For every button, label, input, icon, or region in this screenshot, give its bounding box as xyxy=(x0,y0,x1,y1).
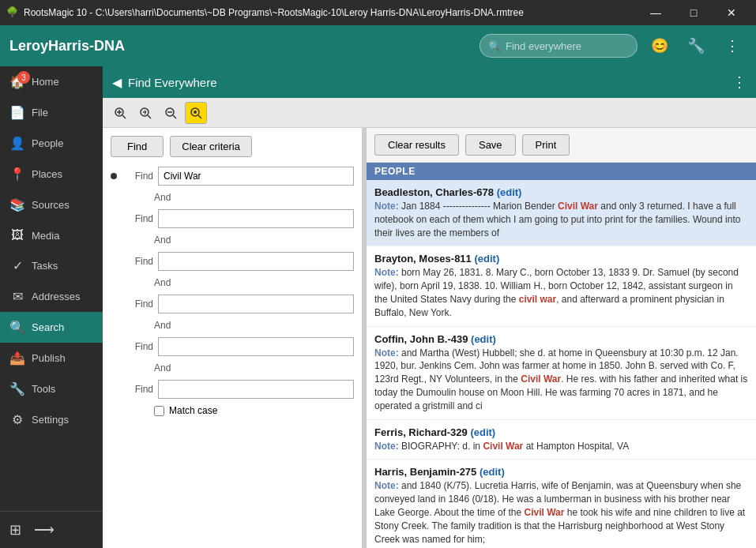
results-panel: Clear results Save Print PEOPLE Beadlest… xyxy=(367,128,756,548)
zoom-highlight-button[interactable] xyxy=(185,102,207,124)
match-case-checkbox[interactable] xyxy=(154,406,164,416)
result-note-beadleston: Note: Jan 1884 --------------- Marion Be… xyxy=(374,200,748,239)
sidebar-label-publish: Publish xyxy=(32,352,66,364)
sidebar-grid-button[interactable]: ⊞ xyxy=(6,518,24,542)
results-toolbar: Clear results Save Print xyxy=(367,128,756,163)
zoom-in-button[interactable] xyxy=(109,102,131,124)
and-row-4: And xyxy=(154,320,354,331)
global-search-input[interactable] xyxy=(506,40,629,52)
toolbar xyxy=(103,98,756,128)
and-row-2: And xyxy=(154,235,354,246)
collapse-button[interactable]: ◀ xyxy=(112,75,122,90)
content-area: ◀ Find Everywhere ⋮ xyxy=(103,66,756,548)
sidebar-label-people: People xyxy=(32,137,63,149)
result-item-ferris[interactable]: Ferris, Richard-329 (edit) Note: BIOGRAP… xyxy=(367,420,756,460)
result-note-brayton: Note: born May 26, 1831. 8. Mary C., bor… xyxy=(374,266,748,319)
result-name-harris-benjamin: Harris, Benjamin-275 (edit) xyxy=(374,466,748,478)
criteria-row-2: Find xyxy=(111,209,354,228)
sidebar-label-search: Search xyxy=(32,321,64,333)
criteria-input-1[interactable] xyxy=(158,167,354,186)
criteria-input-2[interactable] xyxy=(158,209,354,228)
criteria-find-label-5: Find xyxy=(122,341,153,352)
app-header: LeroyHarris-DNA 🔍 😊 🔧 ⋮ xyxy=(0,25,756,66)
file-icon: 📄 xyxy=(9,105,25,120)
sidebar-label-home: Home xyxy=(32,76,59,88)
sidebar-label-places: Places xyxy=(32,168,62,180)
tools-button[interactable]: 🔧 xyxy=(682,32,710,60)
home-badge: 3 xyxy=(17,71,30,84)
find-button[interactable]: Find xyxy=(111,136,164,157)
title-bar-text: RootsMagic 10 - C:\Users\harri\Documents… xyxy=(24,7,638,18)
sidebar-item-publish[interactable]: 📤 Publish xyxy=(0,343,103,373)
and-row-3: And xyxy=(154,277,354,288)
print-button[interactable]: Print xyxy=(522,134,570,156)
sidebar-arrow-button[interactable]: ⟶ xyxy=(31,518,58,542)
criteria-input-6[interactable] xyxy=(158,380,354,399)
result-item-harris-benjamin[interactable]: Harris, Benjamin-275 (edit) Note: and 18… xyxy=(367,460,756,548)
main-layout: 🏠 Home 3 📄 File 👤 People 📍 Places 📚 Sour… xyxy=(0,66,756,548)
sidebar-item-file[interactable]: 📄 File xyxy=(0,97,103,128)
search-sidebar-icon: 🔍 xyxy=(9,320,25,335)
result-item-coffin[interactable]: Coffin, John B.-439 (edit) Note: and Mar… xyxy=(367,327,756,420)
sidebar-item-media[interactable]: 🖼 Media xyxy=(0,220,103,250)
sidebar-label-sources: Sources xyxy=(32,199,70,211)
settings-icon: ⚙ xyxy=(9,412,25,427)
more-menu-button[interactable]: ⋮ xyxy=(718,32,747,60)
criteria-input-5[interactable] xyxy=(158,337,354,356)
edit-link-harris-benjamin[interactable]: (edit) xyxy=(480,466,505,478)
hints-button[interactable]: 😊 xyxy=(645,32,674,60)
result-note-harris-benjamin: Note: and 1840 (K/75). Lucretia Harris, … xyxy=(374,479,748,546)
result-note-ferris: Note: BIOGRAPHY: d. in Civil War at Hamp… xyxy=(374,440,748,453)
zoom-out-button[interactable] xyxy=(160,102,182,124)
zoom-in-alt-button[interactable] xyxy=(134,102,156,124)
section-menu-button[interactable]: ⋮ xyxy=(732,73,747,91)
clear-results-button[interactable]: Clear results xyxy=(374,134,459,156)
criteria-panel: Find Clear criteria Find And Find And xyxy=(103,128,363,548)
sidebar-label-tools: Tools xyxy=(32,383,55,395)
app-icon: 🌳 xyxy=(6,6,19,19)
edit-link-ferris[interactable]: (edit) xyxy=(470,426,495,438)
result-item-brayton[interactable]: Brayton, Moses-811 (edit) Note: born May… xyxy=(367,246,756,326)
sidebar-item-places[interactable]: 📍 Places xyxy=(0,159,103,190)
edit-link-coffin[interactable]: (edit) xyxy=(471,333,496,345)
close-button[interactable]: ✕ xyxy=(713,0,750,25)
sidebar-item-home[interactable]: 🏠 Home 3 xyxy=(0,66,103,97)
edit-link-beadleston[interactable]: (edit) xyxy=(497,186,522,198)
maximize-button[interactable]: □ xyxy=(675,0,712,25)
sidebar-item-settings[interactable]: ⚙ Settings xyxy=(0,404,103,435)
criteria-find-label-1: Find xyxy=(122,171,153,182)
section-title: Find Everywhere xyxy=(128,76,726,89)
clear-criteria-button[interactable]: Clear criteria xyxy=(170,136,252,157)
sidebar-item-people[interactable]: 👤 People xyxy=(0,128,103,159)
criteria-row-3: Find xyxy=(111,252,354,271)
result-name-ferris: Ferris, Richard-329 (edit) xyxy=(374,426,748,438)
criteria-input-4[interactable] xyxy=(158,295,354,313)
sidebar-item-tasks[interactable]: ✓ Tasks xyxy=(0,250,103,281)
criteria-input-3[interactable] xyxy=(158,252,354,271)
global-search-box[interactable]: 🔍 xyxy=(480,34,638,58)
svg-point-12 xyxy=(194,111,197,114)
results-content: PEOPLE Beadleston, Charles-678 (edit) No… xyxy=(367,163,756,548)
search-icon: 🔍 xyxy=(488,40,501,52)
edit-link-brayton[interactable]: (edit) xyxy=(474,253,499,265)
sidebar-item-tools[interactable]: 🔧 Tools xyxy=(0,373,103,404)
result-item-beadleston[interactable]: Beadleston, Charles-678 (edit) Note: Jan… xyxy=(367,180,756,246)
sidebar-label-settings: Settings xyxy=(32,414,69,426)
places-icon: 📍 xyxy=(9,167,25,182)
media-icon: 🖼 xyxy=(9,228,25,242)
sidebar-item-search[interactable]: 🔍 Search xyxy=(0,312,103,343)
title-bar: 🌳 RootsMagic 10 - C:\Users\harri\Documen… xyxy=(0,0,756,25)
result-note-coffin: Note: and Martha (West) Hubbell; she d. … xyxy=(374,347,748,413)
section-header: ◀ Find Everywhere ⋮ xyxy=(103,66,756,98)
panels: Find Clear criteria Find And Find And xyxy=(103,128,756,548)
minimize-button[interactable]: — xyxy=(638,0,674,25)
app-title: LeroyHarris-DNA xyxy=(9,38,472,54)
sidebar-item-sources[interactable]: 📚 Sources xyxy=(0,190,103,220)
svg-line-5 xyxy=(148,115,151,118)
find-clear-row: Find Clear criteria xyxy=(111,136,354,157)
svg-line-8 xyxy=(173,115,176,118)
window-controls: — □ ✕ xyxy=(638,0,750,25)
save-button[interactable]: Save xyxy=(465,134,516,156)
sidebar-item-addresses[interactable]: ✉ Addresses xyxy=(0,281,103,312)
criteria-row-6: Find xyxy=(111,380,354,399)
